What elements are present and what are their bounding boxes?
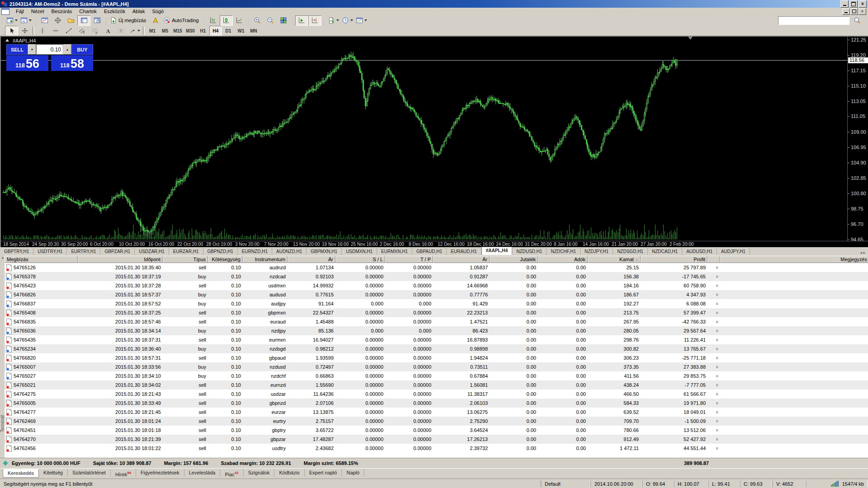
column-header-ar[interactable]: Ár (433, 256, 490, 263)
chart-tab-eurmxnh1[interactable]: EURMXN,H1 (377, 248, 412, 255)
indicators-dropdown-icon[interactable] (336, 19, 339, 21)
candlestick-chart[interactable] (1, 37, 847, 241)
zoom-out-button[interactable] (264, 15, 277, 26)
order-row[interactable]: 547668202015.01.30 18:57:31sell0.10gbpau… (5, 353, 868, 362)
navigator-button[interactable] (64, 15, 77, 26)
maximize-button[interactable] (849, 0, 858, 8)
column-header[interactable] (708, 256, 720, 263)
text-tool-button[interactable]: A (101, 26, 114, 36)
close-order-icon[interactable]: × (716, 446, 718, 451)
terminal-tab-naplo[interactable]: Napló (342, 469, 364, 477)
close-order-icon[interactable]: × (716, 383, 718, 388)
column-header-jutalek[interactable]: Jutalék (490, 256, 538, 263)
timeframe-m15-button[interactable]: M15 (171, 26, 184, 36)
close-order-icon[interactable]: × (716, 301, 718, 306)
chart-tab-gbpnzdh1[interactable]: GBPNZD,H1 (203, 248, 238, 255)
order-row[interactable]: 547651262015.01.30 18:35:40sell0.10audnz… (5, 263, 868, 272)
chart-tab-nzdusdh1[interactable]: NZDUSD,H1 (512, 248, 547, 255)
trendline-tool-button[interactable] (62, 26, 75, 36)
close-order-icon[interactable]: × (716, 401, 718, 406)
child-restore-button[interactable] (850, 8, 858, 15)
horizontal-line-tool-button[interactable] (49, 26, 62, 36)
column-header-ar[interactable]: Ár (288, 256, 335, 263)
order-row[interactable]: 547654232015.01.30 18:37:28sell0.10usdmx… (5, 281, 868, 290)
terminal-tab-kereskedes[interactable]: Kereskedés (3, 469, 39, 478)
order-row[interactable]: 547624562015.01.30 18:01:22sell0.10usdtr… (5, 444, 868, 453)
chart-shift-marker[interactable] (688, 37, 693, 40)
order-row[interactable]: 547668262015.01.30 18:57:37buy0.10audusd… (5, 290, 868, 299)
toolbar-grip[interactable] (34, 16, 37, 24)
close-order-icon[interactable]: × (716, 437, 718, 442)
column-header-kotesegyseg[interactable]: Kötésegység (208, 256, 243, 263)
templates-button[interactable] (354, 15, 368, 26)
order-row[interactable]: 547624512015.01.30 18:01:18sell0.10gbptr… (5, 426, 868, 435)
toolbar-grip[interactable] (1, 27, 4, 35)
timeframe-h1-button[interactable]: H1 (197, 26, 209, 36)
terminal-button[interactable] (77, 15, 90, 26)
tile-windows-button[interactable] (277, 15, 290, 26)
new-chart-dropdown-icon[interactable] (15, 19, 18, 21)
toolbar-grip[interactable] (247, 16, 250, 24)
terminal-tab-piac[interactable]: Piac42 (220, 469, 243, 477)
line-chart-button[interactable] (233, 15, 246, 26)
fibonacci-tool-button[interactable]: F (88, 26, 101, 36)
indicators-button[interactable] (326, 15, 340, 26)
order-row[interactable]: 547650072015.01.30 18:33:56buy0.10nzdusd… (5, 362, 868, 371)
menu-eszkozok[interactable]: Eszközök (100, 8, 129, 14)
sell-price-block[interactable]: 118 56 (6, 55, 48, 71)
chart-tab-euraudh1[interactable]: EURAUD,H1 (447, 248, 481, 255)
close-order-icon[interactable]: × (716, 328, 718, 333)
order-row[interactable]: 547624692015.01.30 18:01:24sell0.10eurtr… (5, 417, 868, 426)
market-watch-button[interactable] (38, 15, 51, 26)
time-axis[interactable]: 18 Sep 201424 Sep 20:3030 Sep 20:006 Oct… (1, 241, 868, 248)
close-order-icon[interactable]: × (716, 319, 718, 324)
status-profile[interactable]: Default (541, 480, 590, 487)
terminal-tab-expert-naplo[interactable]: Expert napló (305, 469, 342, 477)
close-order-icon[interactable]: × (716, 292, 718, 297)
close-button[interactable]: × (859, 0, 867, 8)
metaeditor-button[interactable] (149, 15, 162, 26)
toolbar-grip[interactable] (322, 16, 326, 24)
chart-tab-eurzarh1[interactable]: EURZAR,H1 (169, 248, 203, 255)
close-order-icon[interactable]: × (716, 265, 718, 270)
toolbar-grip[interactable] (1, 16, 4, 24)
shapes-tool-button[interactable] (127, 26, 142, 36)
chart-tab-usdtryh1[interactable]: USDTRY,H1 (33, 248, 67, 255)
chart-tab-usdzarh1[interactable]: USDZAR,H1 (135, 248, 169, 255)
text-label-tool-button[interactable]: T (114, 26, 127, 36)
chart-tab-gbpaudh1[interactable]: GBPAUD,H1 (412, 248, 447, 255)
order-row[interactable]: 547642752015.01.30 18:21:43sell0.10usdza… (5, 389, 868, 399)
chart-tab-nzdsgdh1[interactable]: NZDSGD,H1 (613, 248, 648, 255)
chart-tab-usdmxnh1[interactable]: USDMXN,H1 (342, 248, 377, 255)
menu-fajl[interactable]: Fájl (12, 8, 28, 14)
equidistant-channel-tool-button[interactable]: E (75, 26, 88, 36)
close-order-icon[interactable]: × (716, 365, 718, 370)
chart-tab-nzdchfh1[interactable]: NZDCHF,H1 (547, 248, 580, 255)
column-header-tipus[interactable]: Típus (163, 256, 208, 263)
price-axis[interactable]: 121.25119.20117.15115.10113.05111.05109.… (847, 37, 868, 241)
close-order-icon[interactable]: × (716, 410, 718, 415)
profiles-dropdown-icon[interactable] (29, 19, 32, 21)
periods-button[interactable] (340, 15, 354, 26)
close-order-icon[interactable]: × (716, 428, 718, 433)
collapse-arrow-icon[interactable] (5, 39, 9, 42)
new-order-button[interactable]: Új megbízás (108, 15, 149, 26)
order-row[interactable]: 547650272015.01.30 18:34:10buy0.10nzdchf… (5, 371, 868, 380)
column-header-idopont[interactable]: Időpont (78, 256, 163, 263)
order-row[interactable]: 547650052015.01.30 18:33:49sell0.10gbpnz… (5, 399, 868, 408)
candles-button[interactable] (220, 15, 233, 26)
data-window-button[interactable] (51, 15, 64, 26)
close-order-icon[interactable]: × (716, 338, 718, 343)
new-chart-button[interactable] (5, 15, 19, 26)
profiles-button[interactable] (19, 15, 33, 26)
order-row[interactable]: 547642772015.01.30 18:21:45sell0.10eurza… (5, 408, 868, 417)
lot-decrease-button[interactable]: ▼ (28, 44, 36, 55)
child-close-button[interactable]: × (859, 8, 866, 15)
terminal-tab-kodbazis[interactable]: Kódbázis (274, 469, 304, 477)
timeframe-m5-button[interactable]: M5 (159, 26, 171, 36)
timeframe-w1-button[interactable]: W1 (235, 26, 247, 36)
strategy-tester-button[interactable] (90, 15, 104, 26)
tab-scroll-arrows[interactable]: ◂ ▸ (860, 250, 868, 255)
zoom-in-button[interactable] (251, 15, 264, 26)
terminal-tab-figyelmeztetesek[interactable]: Figyelmeztetések (136, 469, 184, 477)
